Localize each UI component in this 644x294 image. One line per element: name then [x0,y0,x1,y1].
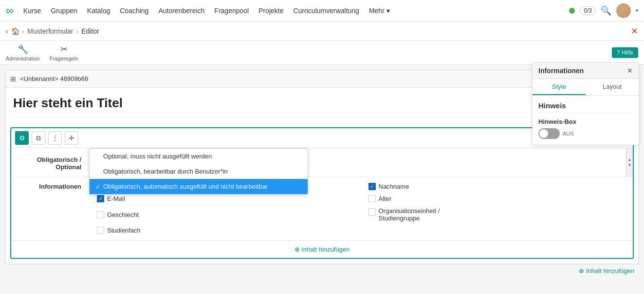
checkbox-geschlecht-input[interactable] [97,211,104,218]
administration-button[interactable]: 🔧 Administration [6,44,40,61]
check-empty-1 [95,153,100,160]
nav-item-gruppen[interactable]: Gruppen [51,7,77,15]
checkbox-organisationseinheit-input[interactable] [368,208,376,216]
home-icon[interactable]: 🏠 [11,27,19,35]
info-panel-body: Hinweis Hinweis-Box AUS [533,96,639,145]
checkbox-geschlecht[interactable]: Geschlecht [97,207,354,222]
status-indicator [569,8,575,14]
info-tab-style[interactable]: Style [533,79,586,95]
breadcrumb-bar: ‹ 🏠 › Musterformular › Editor ✕ [0,21,644,41]
block-header-title: <Unbenannt> 46909b68 [20,75,567,82]
info-panel-close-button[interactable]: ✕ [627,67,633,75]
nav-item-coaching[interactable]: Coaching [120,7,148,15]
nav-item-kurse[interactable]: Kurse [23,7,41,15]
toggle-state-label: AUS [563,131,574,137]
checkbox-email-input[interactable]: ✓ [97,195,104,202]
checkbox-email[interactable]: ✓ E-Mail [97,195,354,202]
scroll-up-icon[interactable]: ▲ [628,157,632,162]
breadcrumb-separator-1: › [22,27,25,35]
breadcrumb-current: Editor [81,27,99,35]
toggle-knob [539,129,548,138]
checkbox-studienfach[interactable]: Studienfach [97,227,354,234]
checkbox-nachname[interactable]: ✓ Nachname [368,183,626,190]
avatar-image [616,3,631,18]
info-field-label: Hinweis-Box [538,118,633,125]
counter-badge[interactable]: 0/3 [580,6,596,15]
form-copy-button[interactable]: ⧉ [32,131,45,145]
logo-icon[interactable]: ∞ [6,4,14,17]
dropdown-option-3[interactable]: ✓ Obligatorisch, automatisch ausgefüllt … [90,179,308,194]
add-content-button[interactable]: ⊕ Inhalt hinzufügen [294,246,350,253]
hinweis-box-toggle[interactable] [538,128,560,139]
toolbar: 🔧 Administration ✂ Frageregeln ? Hilfe [0,41,644,65]
form-settings-button[interactable]: ⚙ [15,131,29,145]
nav-item-mehr[interactable]: Mehr ▾ [369,7,390,15]
add-content-bar: ⊕ Inhalt hinzufügen [11,240,633,258]
obligatorisch-label: Obligatorisch / Optional [11,148,89,177]
check-selected-icon: ✓ [95,183,100,190]
info-section-title: Hinweis [538,101,633,113]
dropdown-option-2[interactable]: Obligatorisch, bearbeitbar durch Benutze… [90,164,308,179]
info-tab-layout[interactable]: Layout [586,79,639,95]
close-button[interactable]: ✕ [631,26,638,37]
obligatorisch-dropdown-menu: Optional, muss nicht ausgefüllt werden O… [89,148,308,195]
rules-icon: ✂ [60,44,68,55]
avatar[interactable] [616,3,631,18]
form-grid: Obligatorisch / Optional Optional, muss … [11,148,633,240]
back-button[interactable]: ‹ [6,27,8,35]
nav-item-autorenbereich[interactable]: Autorenbereich [158,7,204,15]
bottom-right-area: ⊕ Inhalt hinzufügen [5,264,639,274]
obligatorisch-content: Optional, muss nicht ausgefüllt werden O… [89,148,633,177]
frageregeln-label: Frageregeln [50,56,78,61]
checkbox-studienfach-input[interactable] [97,227,104,234]
user-dropdown-icon[interactable]: ▾ [636,8,638,13]
nav-item-projekte[interactable]: Projekte [258,7,283,15]
checkbox-alter[interactable]: Alter [368,195,626,202]
check-empty-2 [95,168,100,175]
breadcrumb-nav: ‹ 🏠 › Musterformular › Editor [6,27,631,35]
info-tabs: Style Layout [533,79,639,96]
main-content: ⊞ <Unbenannt> 46909b68 ⚙ ⧉ ⋮ ∨ ∧ Hier st… [0,65,644,279]
block-grid-icon: ⊞ [10,75,16,83]
nav-item-curriculumverwaltung[interactable]: Curriculumverwaltung [294,7,359,15]
scroll-down-icon[interactable]: ▼ [628,163,632,167]
hilfe-button[interactable]: ? Hilfe [612,47,638,58]
frageregeln-button[interactable]: ✂ Frageregeln [50,44,78,61]
informationen-label: Informationen [11,177,89,240]
nav-items: Kurse Gruppen Katalog Coaching Autorenbe… [23,7,570,15]
scroll-handle[interactable]: ▲ ▼ [626,148,633,176]
info-panel: Informationen ✕ Style Layout Hinweis Hin… [532,62,639,145]
form-section: ⚙ ⧉ ⋮ ✛ Obligatorisch / Optional Optiona [10,127,634,259]
info-panel-title: Informationen [538,67,584,75]
nav-item-katalog[interactable]: Katalog [87,7,110,15]
administration-label: Administration [6,56,40,61]
form-more-button[interactable]: ⋮ [48,131,62,145]
breadcrumb-separator-2: › [76,27,78,35]
top-nav: ∞ Kurse Gruppen Katalog Coaching Autoren… [0,0,644,21]
search-icon[interactable]: 🔍 [601,5,611,16]
checkbox-organisationseinheit[interactable]: Organisationseinheit / Studiengruppe [368,207,626,222]
info-panel-header: Informationen ✕ [533,63,639,79]
add-content-right-button[interactable]: ⊕ Inhalt hinzufügen [579,267,634,274]
form-drag-button[interactable]: ✛ [65,131,78,145]
toolbar-right: ? Hilfe [612,47,638,58]
breadcrumb-parent[interactable]: Musterformular [27,27,73,35]
nav-item-fragenpool[interactable]: Fragenpool [214,7,249,15]
checkbox-alter-input[interactable] [368,195,376,202]
nav-right: 0/3 🔍 ▾ [569,3,638,18]
dropdown-option-1[interactable]: Optional, muss nicht ausgefüllt werden [90,149,308,164]
wrench-icon: 🔧 [18,44,28,55]
toggle-wrapper: AUS [538,128,633,139]
checkbox-nachname-input[interactable]: ✓ [368,183,376,190]
